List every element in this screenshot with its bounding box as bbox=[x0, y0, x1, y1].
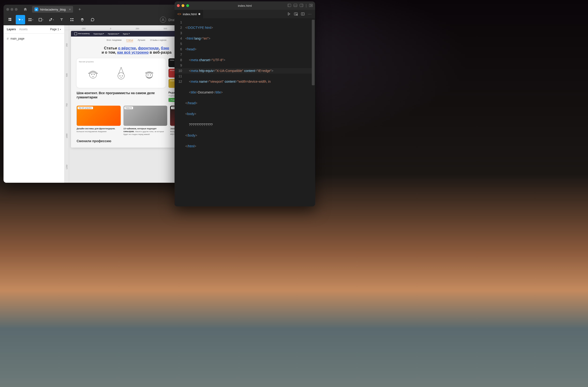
titlebar-layout-controls: | bbox=[287, 3, 313, 8]
run-icon[interactable] bbox=[287, 12, 291, 16]
traffic-close[interactable] bbox=[177, 4, 180, 7]
vertical-ruler: 25050075010001250 bbox=[64, 30, 69, 183]
layers-tab[interactable]: Layers bbox=[7, 28, 16, 31]
frame-headline: Шок-контент. Все программисты на самом д… bbox=[77, 91, 161, 99]
text-tool[interactable] bbox=[57, 15, 66, 24]
svg-rect-2 bbox=[10, 18, 11, 19]
frame-logo: html academy bbox=[74, 32, 90, 35]
tab-title: htmlacademy_blog bbox=[40, 8, 65, 11]
svg-rect-13 bbox=[72, 18, 73, 19]
window-title: index.html bbox=[238, 4, 252, 7]
svg-point-22 bbox=[122, 76, 123, 76]
svg-point-17 bbox=[89, 72, 97, 78]
svg-rect-31 bbox=[300, 4, 303, 7]
resources-button[interactable] bbox=[67, 15, 77, 24]
svg-point-1 bbox=[9, 20, 10, 21]
home-button[interactable] bbox=[22, 6, 29, 13]
tab-filename: index.html bbox=[183, 12, 197, 16]
panel-left-icon[interactable] bbox=[287, 3, 291, 7]
panel-bottom-icon[interactable] bbox=[294, 3, 297, 7]
assets-tab[interactable]: Assets bbox=[19, 28, 28, 31]
frame-icon: # bbox=[7, 37, 9, 41]
svg-rect-14 bbox=[70, 20, 71, 21]
svg-rect-34 bbox=[311, 4, 313, 5]
figma-sidebar: Layers Assets Page 1 ▾ # main_page bbox=[3, 25, 64, 183]
frame-tool[interactable]: ▾ bbox=[26, 15, 35, 24]
vscode-titlebar[interactable]: index.html | bbox=[174, 1, 315, 10]
move-tool[interactable]: ▾ bbox=[16, 15, 25, 24]
preview-icon[interactable] bbox=[294, 12, 298, 16]
figma-file-icon: ◈ bbox=[34, 7, 38, 11]
code-editor[interactable]: 123456789101112 <!DOCTYPE html> <html la… bbox=[174, 18, 315, 206]
split-editor-icon[interactable] bbox=[301, 12, 305, 16]
code-content[interactable]: <!DOCTYPE html> <html lang="en"> <head> … bbox=[185, 18, 315, 206]
modified-indicator-icon bbox=[198, 13, 200, 15]
svg-rect-29 bbox=[294, 4, 297, 7]
svg-point-16 bbox=[163, 19, 164, 20]
avatar-icon[interactable] bbox=[160, 17, 166, 23]
svg-point-23 bbox=[146, 72, 152, 79]
svg-rect-8 bbox=[39, 18, 42, 21]
shape-tool[interactable]: ▾ bbox=[36, 15, 46, 24]
article-card: Как всё устроено Дизайн-системы для фрон… bbox=[77, 106, 121, 135]
traffic-minimize[interactable] bbox=[182, 4, 184, 7]
svg-rect-27 bbox=[288, 4, 291, 7]
svg-rect-33 bbox=[309, 4, 311, 7]
svg-rect-35 bbox=[311, 6, 313, 7]
panel-right-icon[interactable] bbox=[300, 3, 303, 7]
traffic-minimize[interactable] bbox=[11, 8, 13, 11]
new-tab-button[interactable]: + bbox=[76, 6, 83, 13]
svg-point-18 bbox=[92, 74, 92, 75]
main-menu-button[interactable] bbox=[5, 15, 15, 24]
topnav-item: Практикум bbox=[93, 33, 104, 35]
layer-item[interactable]: # main_page bbox=[3, 35, 64, 42]
vscode-tabbar: <> index.html ··· bbox=[174, 10, 315, 18]
vscode-window: index.html | <> index.html ··· 123456789… bbox=[174, 1, 315, 206]
current-line-highlight bbox=[174, 68, 314, 74]
svg-rect-12 bbox=[70, 18, 71, 19]
more-actions-icon[interactable]: ··· bbox=[308, 12, 312, 16]
editor-tab[interactable]: <> index.html bbox=[174, 10, 203, 18]
comment-tool[interactable] bbox=[88, 15, 97, 24]
editor-scrollbar[interactable] bbox=[312, 20, 315, 85]
close-tab-icon[interactable]: × bbox=[69, 7, 71, 11]
ruler-corner bbox=[64, 25, 69, 30]
html-file-icon: <> bbox=[177, 12, 181, 16]
svg-point-21 bbox=[120, 76, 120, 76]
file-tab[interactable]: ◈ htmlacademy_blog × bbox=[32, 6, 73, 13]
svg-point-19 bbox=[94, 74, 94, 75]
article-card: Новости 13 чайников, которые подходят си… bbox=[124, 106, 168, 135]
traffic-zoom[interactable] bbox=[15, 8, 18, 11]
svg-point-26 bbox=[150, 75, 151, 75]
doodle-faces bbox=[79, 64, 163, 80]
topnav-item: Курсы bbox=[123, 33, 130, 35]
line-numbers: 123456789101112 bbox=[174, 18, 185, 206]
pen-tool[interactable]: ▾ bbox=[47, 15, 56, 24]
page-selector[interactable]: Page 1 ▾ bbox=[50, 28, 61, 31]
svg-point-25 bbox=[148, 75, 148, 75]
traffic-zoom[interactable] bbox=[186, 4, 189, 7]
svg-rect-15 bbox=[72, 20, 73, 21]
svg-point-0 bbox=[9, 18, 10, 19]
topnav-item: Профессии bbox=[108, 33, 119, 35]
hero-card: Как всё устроено bbox=[77, 58, 166, 88]
layer-name: main_page bbox=[11, 37, 24, 40]
svg-rect-3 bbox=[10, 20, 11, 21]
customize-layout-icon[interactable] bbox=[309, 3, 313, 7]
traffic-close[interactable] bbox=[6, 8, 9, 11]
hand-tool[interactable] bbox=[78, 15, 87, 24]
